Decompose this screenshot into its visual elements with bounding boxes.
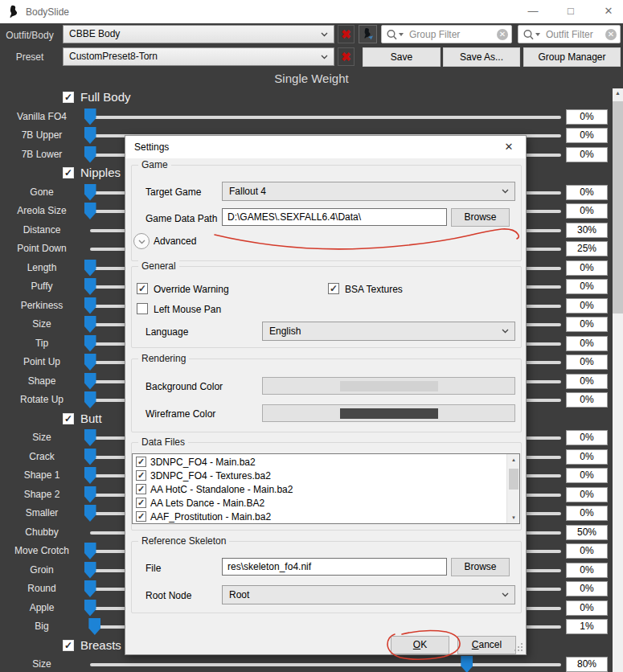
slider-value[interactable]: 0%	[566, 449, 608, 465]
cancel-button[interactable]: Cancel	[457, 636, 516, 654]
slider-thumb[interactable]	[84, 316, 96, 333]
slider-value[interactable]: 0%	[566, 203, 608, 219]
list-scrollbar[interactable]: ▲ ▼	[506, 454, 519, 523]
slider-value[interactable]: 0%	[566, 374, 608, 389]
list-item[interactable]: ✓AA HotC - Standalone - Main.ba2	[133, 482, 506, 496]
skeleton-file-input[interactable]	[222, 558, 447, 576]
slider-thumb[interactable]	[84, 127, 96, 144]
list-item[interactable]: ✓3DNPC_FO4 - Main.ba2	[133, 455, 506, 469]
list-scrollbar-thumb[interactable]	[509, 469, 518, 490]
slider-thumb[interactable]	[88, 618, 100, 635]
slider-track[interactable]	[90, 663, 561, 666]
slider-thumb[interactable]	[84, 109, 96, 125]
list-item-partial[interactable]	[133, 523, 506, 524]
slider-value[interactable]: 0%	[566, 487, 608, 502]
slider-value[interactable]: 0%	[566, 336, 608, 351]
slider-value[interactable]: 0%	[566, 128, 608, 143]
list-item[interactable]: ✓3DNPC_FO4 - Textures.ba2	[133, 469, 506, 482]
dialog-close-icon[interactable]: ✕	[498, 139, 519, 156]
ok-button[interactable]: OK	[391, 636, 449, 654]
scroll-up-icon[interactable]: ▲	[507, 457, 520, 462]
preset-dropdown[interactable]: CustomPreset8-Torn	[63, 47, 334, 66]
slider-value[interactable]: 0%	[566, 430, 608, 445]
slider-thumb[interactable]	[84, 203, 96, 219]
resize-grip[interactable]	[514, 643, 523, 652]
main-scrollbar[interactable]: ▲	[613, 88, 623, 672]
scroll-down-icon[interactable]: ▼	[507, 515, 520, 520]
slider-thumb[interactable]	[84, 580, 96, 597]
checkbox[interactable]: ✓	[136, 484, 146, 494]
group-checkbox[interactable]: ✓	[63, 92, 74, 103]
slider-thumb[interactable]	[84, 184, 96, 201]
override-warning-checkbox[interactable]: ✓	[137, 283, 148, 294]
save-button[interactable]: Save	[363, 47, 441, 67]
slider-value[interactable]: 50%	[566, 525, 608, 540]
slider-value[interactable]: 0%	[566, 298, 608, 313]
slider-value[interactable]: 0%	[566, 563, 608, 578]
outfit-dropdown[interactable]: CBBE Body	[63, 25, 334, 43]
preview-body-button[interactable]	[359, 25, 377, 43]
slider-value[interactable]: 0%	[566, 468, 608, 483]
delete-preset-button[interactable]: ✖	[338, 47, 355, 66]
group-checkbox[interactable]: ✓	[63, 167, 74, 178]
checkbox[interactable]: ✓	[136, 470, 146, 481]
advanced-label[interactable]: Advanced	[154, 236, 196, 247]
slider-value[interactable]: 0%	[566, 581, 608, 596]
slider-thumb[interactable]	[84, 146, 96, 163]
slider-thumb[interactable]	[84, 486, 96, 503]
group-checkbox[interactable]: ✓	[63, 413, 74, 424]
list-item[interactable]: ✓AAF_Prostitution - Main.ba2	[133, 510, 506, 523]
root-node-dropdown[interactable]: Root	[222, 585, 515, 604]
scroll-up-icon[interactable]: ▲	[613, 90, 623, 96]
slider-thumb[interactable]	[84, 373, 96, 390]
slider-value[interactable]: 0%	[566, 543, 608, 559]
list-item[interactable]: ✓AA Lets Dance - Main.BA2	[133, 496, 506, 510]
minimize-button[interactable]: —	[517, 0, 549, 23]
slider-thumb[interactable]	[84, 449, 96, 465]
slider-track[interactable]	[90, 116, 561, 119]
clear-outfit-filter-icon[interactable]: ✕	[605, 29, 617, 40]
slider-thumb[interactable]	[84, 505, 96, 522]
close-button[interactable]: ✕	[592, 0, 623, 23]
save-as-button[interactable]: Save As...	[443, 47, 520, 67]
slider-value[interactable]: 0%	[566, 279, 608, 294]
slider-value[interactable]: 0%	[566, 185, 608, 200]
slider-thumb[interactable]	[84, 354, 96, 371]
wireframe-color-button[interactable]	[262, 404, 515, 422]
slider-value[interactable]: 0%	[566, 147, 608, 162]
slider-thumb[interactable]	[84, 278, 96, 295]
slider-thumb[interactable]	[84, 467, 96, 484]
group-checkbox[interactable]: ✓	[63, 640, 74, 651]
slider-value[interactable]: 0%	[566, 392, 608, 408]
data-files-list[interactable]: ✓3DNPC_FO4 - Main.ba2✓3DNPC_FO4 - Textur…	[132, 453, 520, 524]
slider-thumb[interactable]	[84, 297, 96, 314]
bsa-textures-label[interactable]: BSA Textures	[345, 284, 403, 295]
browse-skeleton-button[interactable]: Browse	[451, 558, 510, 576]
slider-value[interactable]: 80%	[566, 657, 608, 672]
slider-value[interactable]: 1%	[566, 619, 608, 634]
checkbox[interactable]: ✓	[136, 457, 146, 467]
slider-value[interactable]: 0%	[566, 506, 608, 521]
scrollbar-thumb[interactable]	[613, 101, 623, 313]
maximize-button[interactable]: □	[555, 0, 587, 23]
slider-thumb[interactable]	[84, 543, 96, 559]
slider-value[interactable]: 25%	[566, 241, 608, 256]
slider-thumb[interactable]	[84, 600, 96, 617]
advanced-expander[interactable]	[133, 233, 150, 249]
slider-thumb[interactable]	[84, 429, 96, 446]
bsa-textures-checkbox[interactable]: ✓	[328, 283, 339, 294]
checkbox[interactable]: ✓	[136, 498, 146, 508]
language-dropdown[interactable]: English	[262, 322, 515, 341]
game-data-path-input[interactable]	[222, 208, 447, 226]
override-warning-label[interactable]: Override Warning	[154, 284, 229, 295]
clear-group-filter-icon[interactable]: ✕	[497, 29, 508, 40]
browse-data-path-button[interactable]: Browse	[451, 208, 510, 227]
slider-value[interactable]: 0%	[566, 600, 608, 616]
slider-value[interactable]: 0%	[566, 354, 608, 370]
slider-thumb[interactable]	[84, 562, 96, 579]
slider-thumb[interactable]	[84, 335, 96, 352]
target-game-dropdown[interactable]: Fallout 4	[222, 182, 515, 201]
group-manager-button[interactable]: Group Manager	[523, 47, 621, 67]
slider-thumb[interactable]	[84, 391, 96, 408]
slider-value[interactable]: 30%	[566, 223, 608, 238]
